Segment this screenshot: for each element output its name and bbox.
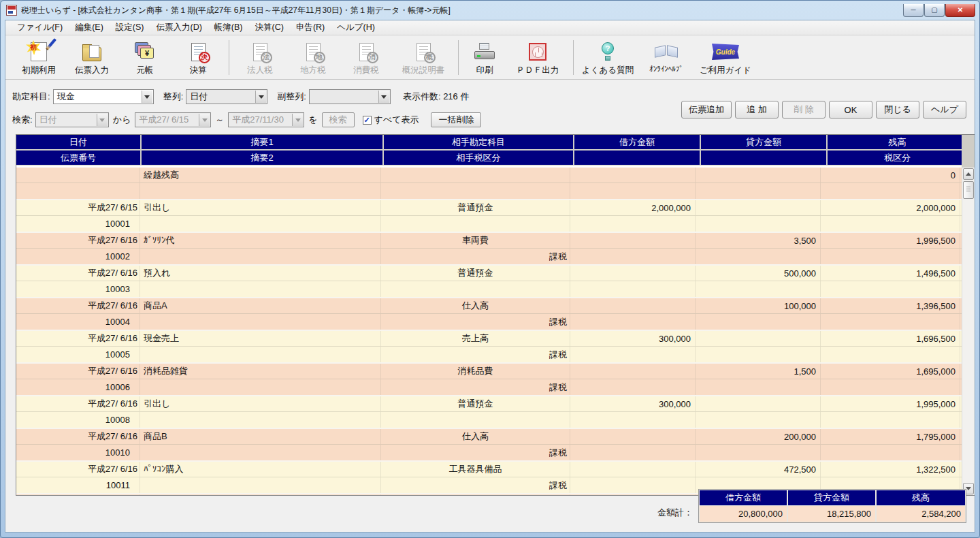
maximize-button[interactable]: ▢ [924, 4, 945, 17]
consumption-tax-icon: 消 [359, 43, 374, 61]
ledger-entry[interactable]: 平成27/ 6/16預入れ普通預金500,0001,496,50010003 [16, 266, 962, 298]
title-bar: 税理士いらず - [株式会社カンタン商事・第１期(平成27年 6月15日～平成2… [1, 1, 979, 20]
toolbar-user-guide[interactable]: Guide ご利用ガイド [695, 37, 756, 79]
printer-icon [474, 43, 495, 61]
cell-debit [570, 168, 696, 183]
cell-counter-tax: 課税 [381, 314, 570, 330]
vertical-scrollbar[interactable] [962, 168, 975, 495]
cell-summary1: 預入れ [140, 266, 381, 281]
cell-summary2 [140, 412, 381, 428]
add-button[interactable]: 追 加 [735, 101, 779, 118]
toolbar-consumption-tax[interactable]: 消 消費税 [340, 37, 393, 79]
triangle-up-icon [966, 172, 971, 176]
cell-summary2 [140, 216, 381, 232]
toolbar-online-help[interactable]: ｵﾝﾗｲﾝﾍﾙﾌﾟ [638, 37, 695, 79]
cell-summary1: 接待交際費 [140, 494, 381, 495]
ledger-entry[interactable]: 平成27/ 6/16現金売上売上高300,0001,696,50010005課税 [16, 331, 962, 364]
ledger-entry[interactable]: 繰越残高0 [16, 168, 962, 200]
cell-account: 交際費 [381, 494, 570, 495]
cell-taxclass [821, 347, 960, 362]
ledger-entry[interactable]: 平成27/ 6/16ｶﾞｿﾘﾝ代車両費3,5001,996,50010002課税 [16, 233, 962, 266]
menu-settings[interactable]: 設定(S) [110, 20, 150, 35]
toolbar-print[interactable]: 印刷 [463, 37, 506, 79]
toolbar-ledger[interactable]: ¥ 元帳 [118, 37, 172, 79]
toolbar-voucher-input[interactable]: 伝票入力 [65, 37, 118, 79]
ledger-entry[interactable]: 平成27/ 6/15引出し普通預金2,000,0002,000,00010001 [16, 200, 962, 233]
account-select[interactable]: 現金 [53, 89, 154, 104]
search-field-select[interactable]: 日付 [35, 112, 109, 127]
menu-tax-return[interactable]: 申告(R) [290, 20, 331, 35]
overview-statement-icon: 概 [416, 43, 431, 61]
close-window-button[interactable]: 閉じる [876, 101, 919, 118]
totals-summary: 金額計： 借方金額 貸方金額 残高 20,800,000 18,215,800 … [657, 489, 966, 523]
cell-counter-tax: 課税 [381, 445, 570, 460]
show-all-checkbox[interactable]: ✓ [363, 116, 372, 125]
cell-blank [570, 445, 696, 460]
cell-voucher-no: 10008 [16, 412, 140, 428]
chevron-down-icon [378, 91, 389, 103]
ledger-entry[interactable]: 平成27/ 6/16消耗品雑貨消耗品費1,5001,695,00010006課税 [16, 364, 962, 396]
toolbar-overview-statement[interactable]: 概 概況説明書 [393, 37, 454, 79]
menu-voucher-input[interactable]: 伝票入力(D) [150, 20, 208, 35]
cell-voucher-no: 10010 [16, 445, 140, 460]
toolbar-corporate-tax[interactable]: 法 法人税 [233, 37, 287, 79]
close-button[interactable]: ✕ [945, 4, 975, 17]
toolbar-pdf-output[interactable]: ＰＤＦ出力 [506, 37, 569, 79]
menu-books[interactable]: 帳簿(B) [208, 20, 249, 35]
cell-date: 平成27/ 6/16 [16, 266, 140, 281]
show-all-label: すべて表示 [374, 114, 419, 126]
toolbar-faq[interactable]: ? よくある質問 [578, 37, 638, 79]
account-label: 勘定科目: [12, 91, 50, 103]
col-balance: 残高 [828, 135, 967, 149]
help-button[interactable]: ヘルプ [923, 101, 966, 118]
date-to-select[interactable]: 平成27/11/30 [228, 112, 304, 127]
toolbar-separator [229, 40, 229, 75]
menu-edit[interactable]: 編集(E) [69, 20, 110, 35]
cell-summary2 [140, 183, 381, 199]
triangle-down-icon [966, 487, 971, 490]
cell-debit: 300,000 [570, 396, 696, 411]
bulk-delete-button[interactable]: 一括削除 [431, 112, 481, 127]
cell-summary1: 繰越残高 [140, 168, 381, 183]
cell-account: 仕入高 [381, 298, 570, 313]
delete-button[interactable]: 削 除 [782, 101, 826, 118]
cell-credit: 500,000 [696, 266, 821, 281]
scrollbar-corner [962, 135, 975, 168]
cell-blank [570, 183, 696, 199]
sort-select[interactable]: 日付 [186, 89, 267, 104]
toolbar-settlement[interactable]: 決 決算 [172, 37, 225, 79]
menu-help[interactable]: ヘルプ(H) [331, 20, 381, 35]
cell-blank [696, 281, 821, 297]
cell-counter-tax: 課税 [381, 249, 570, 264]
menu-file[interactable]: ファイル(F) [11, 20, 69, 35]
ok-button[interactable]: OK [829, 101, 872, 118]
cell-blank [696, 249, 821, 264]
search-button[interactable]: 検索 [322, 112, 355, 127]
subsort-select[interactable] [309, 89, 391, 104]
toolbar-initial-setup[interactable]: 初 初期利用 [12, 37, 65, 79]
col-taxclass: 税区分 [828, 151, 967, 165]
cell-voucher-no: 10003 [16, 281, 140, 297]
ledger-entry[interactable]: 平成27/ 6/16商品A仕入高100,0001,396,50010004課税 [16, 298, 962, 331]
col-blank2 [701, 151, 826, 165]
scrollbar-thumb[interactable] [963, 181, 974, 199]
date-from-select[interactable]: 平成27/ 6/15 [135, 112, 211, 127]
cell-debit [570, 298, 696, 313]
minimize-button[interactable]: ─ [903, 4, 924, 17]
search-label: 検索: [12, 114, 33, 126]
window-title: 税理士いらず - [株式会社カンタン商事・第１期(平成27年 6月15日～平成2… [21, 5, 451, 16]
cell-voucher-no: 10004 [16, 314, 140, 330]
add-voucher-button[interactable]: 伝票追加 [681, 101, 732, 118]
cell-credit [696, 396, 821, 411]
scroll-up-button[interactable] [963, 168, 974, 180]
toolbar-local-tax[interactable]: 地 地方税 [287, 37, 340, 79]
voucher-input-icon [82, 47, 101, 61]
col-date: 日付 [16, 135, 140, 149]
cell-summary1: ｶﾞｿﾘﾝ代 [140, 233, 381, 248]
ledger-entry[interactable]: 平成27/ 6/16商品B仕入高200,0001,795,00010010課税 [16, 429, 962, 462]
cell-blank [570, 216, 696, 232]
ledger-entry[interactable]: 平成27/ 6/16引出し普通預金300,0001,995,00010008 [16, 396, 962, 429]
row-count-label: 表示件数: 216 件 [403, 91, 470, 103]
cell-blank [696, 379, 821, 395]
menu-settlement[interactable]: 決算(C) [249, 20, 290, 35]
